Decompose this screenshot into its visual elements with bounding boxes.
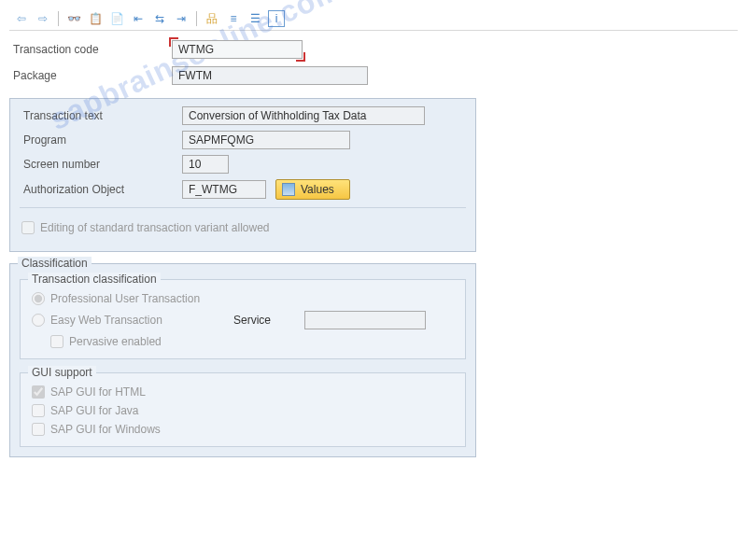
gui-support-legend: GUI support [28,366,96,379]
values-button[interactable]: Values [275,179,350,200]
easy-web-radio-label: Easy Web Transaction [50,314,228,327]
package-row: Package [9,66,738,85]
glasses-icon[interactable]: 👓 [65,10,82,27]
gui-html-checkbox [32,385,45,399]
transaction-text-input [182,106,425,125]
stack-icon[interactable]: ≡ [225,10,242,27]
copy-icon[interactable]: 📋 [87,10,104,27]
professional-radio [32,292,45,305]
gui-support-group: GUI support SAP GUI for HTML SAP GUI for… [20,372,466,447]
transaction-text-label: Transaction text [23,109,182,122]
gui-windows-label: SAP GUI for Windows [50,423,161,436]
classification-group: Classification Transaction classificatio… [9,263,476,457]
gui-java-label: SAP GUI for Java [50,404,138,417]
auth-object-input [182,180,266,199]
gui-windows-row: SAP GUI for Windows [30,420,456,439]
easy-web-radio [32,314,45,327]
clipboard-icon[interactable]: 📄 [108,10,125,27]
edit-variant-label: Editing of standard transaction variant … [40,221,269,234]
classification-legend: Classification [18,257,92,270]
package-input [172,66,368,85]
service-label: Service [233,314,299,327]
gui-html-row: SAP GUI for HTML [30,383,456,401]
pervasive-checkbox [50,335,63,348]
package-label: Package [13,69,172,82]
program-input [182,131,350,149]
screen-number-label: Screen number [23,158,182,171]
list-icon[interactable]: ☰ [247,10,263,27]
forward-icon[interactable]: ⇨ [35,10,51,27]
professional-radio-row: Professional User Transaction [30,289,456,308]
edit-variant-row: Editing of standard transaction variant … [20,216,466,240]
info-icon[interactable]: i [268,10,285,27]
transaction-code-input[interactable] [172,40,303,59]
transaction-classification-legend: Transaction classification [28,273,161,286]
gui-java-row: SAP GUI for Java [30,401,456,420]
hierarchy-icon[interactable]: 品 [204,10,220,27]
program-label: Program [23,133,182,147]
transfer-left-icon[interactable]: ⇤ [130,10,147,27]
screen-number-input [182,155,229,174]
pervasive-row: Pervasive enabled [30,332,456,351]
swap-icon[interactable]: ⇆ [151,10,168,27]
details-panel: Transaction text Program Screen number A… [9,98,476,252]
transaction-code-label: Transaction code [13,43,172,56]
back-icon[interactable]: ⇦ [13,10,30,27]
values-icon [282,183,295,196]
professional-radio-label: Professional User Transaction [50,292,200,305]
toolbar: ⇦ ⇨ 👓 📋 📄 ⇤ ⇆ ⇥ 品 ≡ ☰ i [9,7,738,31]
auth-object-label: Authorization Object [23,183,182,196]
gui-java-checkbox [32,404,45,417]
transaction-classification-group: Transaction classification Professional … [20,279,466,359]
transaction-code-row: Transaction code [9,40,738,59]
edit-variant-checkbox [21,221,35,234]
gui-windows-checkbox [32,423,45,436]
transaction-code-highlight [172,40,303,59]
service-input [304,311,426,329]
transfer-right-icon[interactable]: ⇥ [173,10,190,27]
pervasive-label: Pervasive enabled [69,335,162,348]
easy-web-radio-row: Easy Web Transaction Service [30,308,456,332]
values-button-label: Values [301,183,334,196]
gui-html-label: SAP GUI for HTML [50,385,146,399]
